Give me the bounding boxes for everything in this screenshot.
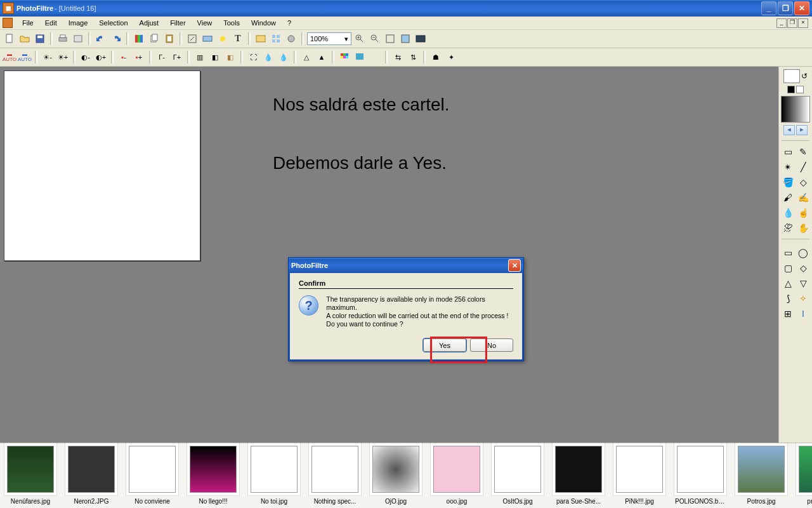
menu-tools[interactable]: Tools xyxy=(218,18,246,28)
thumbnail[interactable]: Nothing spec... xyxy=(310,446,360,505)
save-icon[interactable] xyxy=(33,32,47,46)
wand-tool[interactable]: ✴ xyxy=(781,160,795,174)
thumbnail[interactable]: Nenúfares.jpg xyxy=(5,446,56,505)
diamond-sel-tool[interactable]: ◇ xyxy=(796,261,810,275)
menu-adjust[interactable]: Adjust xyxy=(134,18,165,28)
triangle2-sel-tool[interactable]: ▽ xyxy=(796,276,810,290)
fullscreen-icon[interactable] xyxy=(414,32,428,46)
redo-icon[interactable] xyxy=(109,32,123,46)
zoom-out-icon[interactable] xyxy=(368,32,382,46)
text-icon[interactable]: T xyxy=(231,32,245,46)
text-sel-tool[interactable]: I xyxy=(796,307,810,321)
print-icon[interactable] xyxy=(56,32,70,46)
variations-icon[interactable] xyxy=(337,50,351,64)
mdi-close[interactable]: × xyxy=(798,18,808,28)
advbrush-tool[interactable]: ✍ xyxy=(796,190,810,204)
dialog-close-icon[interactable]: ✕ xyxy=(508,259,521,272)
thumbnail[interactable]: POLIGONOS.bmp xyxy=(675,446,726,505)
rgb-icon[interactable] xyxy=(132,32,146,46)
lasso-tool[interactable]: ⟆ xyxy=(781,291,795,305)
zoom-in-icon[interactable] xyxy=(353,32,367,46)
triangle-sel-tool[interactable]: △ xyxy=(781,276,795,290)
roundrect-sel-tool[interactable]: ▢ xyxy=(781,261,795,275)
brush-tool[interactable]: 🖌 xyxy=(781,190,795,204)
photomask-icon[interactable]: ☗ xyxy=(429,50,443,64)
explorer-icon[interactable] xyxy=(254,32,268,46)
line-tool[interactable]: ╱ xyxy=(796,160,810,174)
clone-tool[interactable]: ⛈ xyxy=(781,221,795,235)
flip-h-icon[interactable]: ⇆ xyxy=(391,50,405,64)
new-icon[interactable] xyxy=(3,32,16,46)
bright-plus-icon[interactable]: ☀+ xyxy=(56,50,70,64)
eyedropper-tool[interactable]: ✎ xyxy=(796,145,810,159)
thumbnail[interactable]: ooo.jpg xyxy=(431,446,482,505)
sharpen-icon[interactable]: △ xyxy=(299,50,313,64)
automate-icon[interactable] xyxy=(269,32,283,46)
doc-sys-icon[interactable] xyxy=(3,18,13,28)
canvas-icon[interactable] xyxy=(200,32,214,46)
contrast-plus-icon[interactable]: ◐+ xyxy=(94,50,108,64)
blur-tool[interactable]: 💧 xyxy=(781,206,795,220)
rect-sel-tool[interactable]: ▭ xyxy=(781,246,795,260)
menu-filter[interactable]: Filter xyxy=(164,18,191,28)
mdi-restore[interactable]: ❐ xyxy=(787,18,797,28)
menu-file[interactable]: File xyxy=(16,18,39,28)
gamma-minus-icon[interactable]: Γ- xyxy=(155,50,169,64)
blur-icon[interactable]: 💧 xyxy=(261,50,275,64)
module-icon[interactable]: ✦ xyxy=(444,50,458,64)
canvas-window[interactable] xyxy=(4,70,200,261)
sepia-icon[interactable]: ◧ xyxy=(223,50,237,64)
no-button[interactable]: No xyxy=(470,338,513,352)
zoom-100-icon[interactable] xyxy=(398,32,412,46)
polygon-tool[interactable]: ✧ xyxy=(796,291,810,305)
thumbnail[interactable]: No conviene xyxy=(127,446,178,505)
thumbnail[interactable]: OjO.jpg xyxy=(370,446,421,505)
auto-levels-icon[interactable]: ▬AUTO xyxy=(3,50,16,64)
mdi-minimize[interactable]: _ xyxy=(776,18,787,28)
undo-icon[interactable] xyxy=(94,32,108,46)
prefs-icon[interactable] xyxy=(284,32,298,46)
zoom-fit-icon[interactable] xyxy=(383,32,397,46)
thumbnail[interactable]: pres104[1] xyxy=(797,446,812,505)
menu-edit[interactable]: Edit xyxy=(39,18,63,28)
menu-window[interactable]: Window xyxy=(246,18,282,28)
menu-help[interactable]: ? xyxy=(282,18,297,28)
copy-icon[interactable] xyxy=(147,32,161,46)
thumbnail[interactable]: PiNk!!!.jpg xyxy=(614,446,665,505)
scan-icon[interactable] xyxy=(71,32,85,46)
bright-minus-icon[interactable]: ☀- xyxy=(41,50,55,64)
minimize-button[interactable]: _ xyxy=(761,1,776,15)
palette-right-icon[interactable]: ► xyxy=(796,125,808,135)
zoom-combo[interactable]: 100%▾ xyxy=(307,32,351,45)
thumbnail[interactable]: No llego!!! xyxy=(188,446,239,505)
spray-tool[interactable]: ◇ xyxy=(796,175,810,189)
menu-view[interactable]: View xyxy=(192,18,218,28)
soften-icon[interactable]: 💧 xyxy=(277,50,291,64)
sat-minus-icon[interactable]: ▪- xyxy=(117,50,131,64)
dialog-titlebar[interactable]: PhotoFiltre ✕ xyxy=(289,258,523,273)
white-swatch[interactable] xyxy=(796,86,804,93)
black-swatch[interactable] xyxy=(787,86,795,93)
smudge-tool[interactable]: ☝ xyxy=(796,206,810,220)
menu-image[interactable]: Image xyxy=(63,18,94,28)
thumbnail[interactable]: No toi.jpg xyxy=(249,446,299,505)
move-tool[interactable]: ✋ xyxy=(796,221,810,235)
resize-icon[interactable] xyxy=(185,32,199,46)
thumbnail[interactable]: Potros.jpg xyxy=(736,446,787,505)
contrast-minus-icon[interactable]: ◐- xyxy=(79,50,93,64)
gamma-plus-icon[interactable]: Γ+ xyxy=(170,50,184,64)
thumbnail[interactable]: Neron2.JPG xyxy=(66,446,117,505)
transparent-icon[interactable] xyxy=(353,50,367,64)
brightness-icon[interactable] xyxy=(216,32,230,46)
close-button[interactable]: ✕ xyxy=(794,1,809,15)
histogram-icon[interactable]: ▥ xyxy=(193,50,207,64)
thumbnail[interactable]: para Sue-She... xyxy=(553,446,604,505)
gradient-strip[interactable] xyxy=(781,96,810,123)
palette-left-icon[interactable]: ◄ xyxy=(783,125,795,135)
gradient-icon[interactable] xyxy=(368,50,382,64)
ellipse-sel-tool[interactable]: ◯ xyxy=(796,246,810,260)
auto-contrast-icon[interactable]: ▬AUTO xyxy=(18,50,32,64)
yes-button[interactable]: Yes xyxy=(423,338,466,352)
flip-v-icon[interactable]: ⇅ xyxy=(406,50,420,64)
sat-plus-icon[interactable]: ▪+ xyxy=(132,50,146,64)
